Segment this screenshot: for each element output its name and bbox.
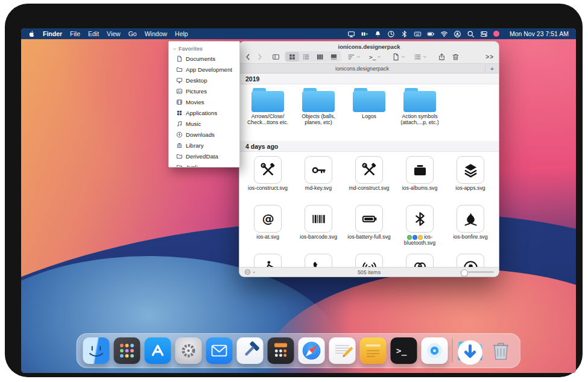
file-ios-albums[interactable]: ios-albums.svg [394,152,445,201]
menu-edit[interactable]: Edit [88,30,99,37]
tag-dots [407,235,423,240]
slider-knob[interactable] [461,269,468,277]
stage-manager-icon[interactable] [361,30,368,38]
file-ios-battery-full[interactable]: ios-battery-full.svg [344,201,394,249]
battery-icon [355,205,383,233]
file-ios-barcode[interactable]: ios-barcode.svg [293,201,344,249]
view-as-list-button[interactable] [299,52,313,61]
battery-icon[interactable] [427,30,435,38]
sidebar-item-library[interactable]: Library [169,140,239,151]
dock-appstore-icon[interactable] [145,337,171,364]
tab-ionicons[interactable]: ionicons.designerpack [239,66,485,72]
file-ios-bluetooth[interactable]: ios-bluetooth.svg [394,201,445,249]
folder-objects[interactable]: Objects (balls, planes, etc) [293,88,344,141]
file-ios-construct[interactable]: ios-construct.svg [242,152,293,201]
dock-settings-icon[interactable] [175,337,202,364]
file-ios-contact[interactable] [445,249,496,267]
sidebar-item-pictures[interactable]: Pictures [169,86,239,96]
chevron-left-icon [244,53,252,61]
forward-button[interactable] [256,53,264,61]
chevron-down-icon [172,47,177,51]
menu-window[interactable]: Window [145,30,167,37]
file-md-key[interactable]: md-key.svg [293,152,344,201]
sidebar-item-downloads[interactable]: Downloads [169,129,239,140]
window-titlebar[interactable]: ionicons.designerpack >_ >> [239,42,499,64]
window-title: ionicons.designerpack [239,42,499,50]
file-ios-bonfire[interactable]: ios-bonfire.svg [445,201,496,249]
tag-blue [413,235,417,240]
control-center-icon[interactable] [480,30,488,38]
apple-menu-icon[interactable] [28,30,35,38]
dock-downloads-icon[interactable] [457,337,484,364]
menu-file[interactable]: File [70,30,80,37]
new-document-button[interactable] [392,53,405,61]
app-menu-finder[interactable]: Finder [43,30,62,37]
menu-go[interactable]: Go [128,30,137,37]
radio-icon [355,254,383,267]
dock-mail-icon[interactable] [206,337,233,364]
icon-size-slider[interactable] [460,271,494,273]
dock-safari-icon[interactable] [299,337,325,364]
view-as-columns-button[interactable] [313,52,327,61]
menu-bar: Finder File Edit View Go Window Help Mon… [21,28,576,39]
sidebar-favorites-header[interactable]: Favorites [169,45,239,53]
folder-logos[interactable]: Logos [344,88,394,141]
search-icon[interactable] [467,30,475,38]
dock-notes-icon[interactable] [360,337,387,364]
file-ios-call[interactable] [293,249,344,267]
dock-trash-icon[interactable] [488,337,514,364]
delete-button[interactable] [452,53,460,61]
group-by-button[interactable] [347,53,361,61]
notifications-icon[interactable] [374,30,382,38]
chevron-down-icon [423,55,427,59]
folder-action-symbols[interactable]: Action symbols (attach,...p, etc.) [394,88,445,141]
sidebar-item-documents[interactable]: Documents [169,53,239,64]
share-button[interactable] [438,53,446,61]
folder-icon [176,153,183,160]
dock-launchpad-icon[interactable] [114,337,141,364]
wifi-icon[interactable] [440,30,448,38]
photos-icon [176,88,183,95]
clock-icon[interactable] [387,30,395,38]
movies-icon [176,99,183,105]
menu-view[interactable]: View [107,30,121,37]
music-icon[interactable] [493,31,499,37]
toolbar-overflow-button[interactable]: >> [485,54,494,60]
sidebar-item-applications[interactable]: Applications [169,107,239,118]
actions-button[interactable] [414,53,427,61]
menu-help[interactable]: Help [175,30,188,37]
view-as-gallery-button[interactable] [327,52,341,61]
sidebar-toggle-button[interactable] [272,53,280,61]
sidebar-item-movies[interactable]: Movies [169,96,239,107]
file-md-construct[interactable]: md-construct.svg [344,152,394,201]
dock-findmy-icon[interactable] [422,337,448,364]
dock-calculator-icon[interactable] [268,337,294,364]
keyboard-icon[interactable] [414,30,422,38]
file-ios-radio[interactable] [344,249,394,267]
view-as-icons-button[interactable] [285,52,299,61]
sidebar-item-deriveddata[interactable]: DerivedData [169,151,239,161]
library-icon [176,142,183,149]
bluetooth-icon[interactable] [400,30,408,38]
sidebar-item-music[interactable]: Music [169,118,239,129]
display-icon[interactable] [347,30,355,38]
folder-arrows[interactable]: Arrows/Close/ Check...ttons etc. [242,88,293,141]
dock-finder-icon[interactable] [83,337,110,364]
dock-terminal-icon[interactable]: >_ [391,337,417,364]
terminal-action-button[interactable]: >_ [369,54,381,60]
new-tab-button[interactable]: + [485,65,499,72]
dock-textedit-icon[interactable] [329,337,356,364]
folder-icon [302,88,335,112]
user-icon[interactable] [454,30,461,38]
file-ios-at[interactable]: ios-at.svg [242,201,293,249]
file-ios-walk[interactable] [242,249,293,267]
sidebar-item-desktop[interactable]: Desktop [169,75,239,86]
sidebar-item-junk[interactable]: Junk [169,161,239,168]
dock-xcode-icon[interactable] [237,337,264,364]
file-ios-color-filter[interactable] [394,249,445,267]
sidebar-icon [272,53,280,61]
file-ios-apps[interactable]: ios-apps.svg [445,152,496,201]
back-button[interactable] [244,53,252,61]
sidebar-item-app-development[interactable]: App Development [169,64,239,75]
menu-clock[interactable]: Mon Nov 23 7:51 AM [510,30,569,37]
